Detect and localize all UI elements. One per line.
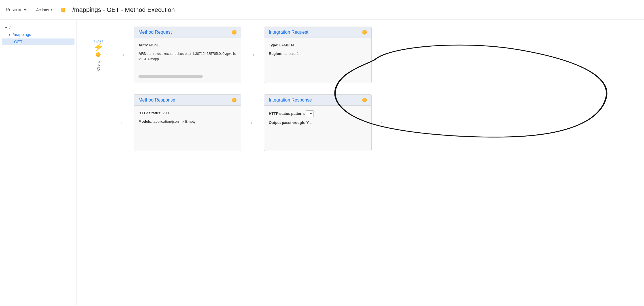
integration-response-card[interactable]: Integration Response HTTP status pattern… bbox=[264, 94, 372, 151]
method-response-body: HTTP Status: 200 Models: application/jso… bbox=[134, 106, 241, 132]
arrow-left-icon-1: ← bbox=[119, 119, 125, 126]
status-pattern-value: - bbox=[308, 111, 309, 116]
chevron-down-icon: ▼ bbox=[5, 26, 8, 29]
status-pattern-dropdown[interactable]: - ▾ bbox=[306, 110, 314, 117]
arrow-left-2: ← bbox=[241, 119, 264, 126]
passthrough-field: Output passthrough: Yes bbox=[269, 120, 367, 126]
method-request-body: Auth: NONE ARN: arn:aws:execute-api:us-e… bbox=[134, 38, 241, 69]
actions-caret-icon: ▾ bbox=[51, 8, 52, 11]
actions-label: Actions bbox=[36, 8, 49, 12]
region-field: Region: us-east-1 bbox=[269, 51, 367, 57]
models-field: Models: application/json => Empty bbox=[138, 119, 236, 124]
status-value: 200 bbox=[163, 111, 169, 115]
sidebar-mappings-label: /mappings bbox=[13, 32, 31, 37]
top-row: TEST ⚡ Client → Method Request bbox=[86, 27, 635, 83]
arrow-right-1: → bbox=[111, 51, 134, 59]
status-dot-icon bbox=[61, 8, 65, 12]
sidebar-root-label: / bbox=[9, 25, 10, 30]
status-label: HTTP Status: bbox=[138, 111, 161, 115]
arn-field: ARN: arn:aws:execute-api:us-east-1:30712… bbox=[138, 51, 236, 62]
integration-request-body: Type: LAMBDA Region: us-east-1 bbox=[264, 38, 371, 64]
sidebar-get-label: GET bbox=[14, 40, 22, 44]
method-request-card[interactable]: Method Request Auth: NONE ARN: arn:aws:e… bbox=[134, 27, 241, 83]
region-value: us-east-1 bbox=[283, 51, 299, 56]
client-label: Client bbox=[96, 61, 101, 71]
integration-request-header: Integration Request bbox=[264, 27, 371, 38]
status-pattern-field: HTTP status pattern: - ▾ bbox=[269, 110, 367, 117]
method-response-header: Method Response bbox=[134, 95, 241, 106]
models-value: application/json => Empty bbox=[153, 119, 196, 124]
method-request-card-inner: Method Request Auth: NONE ARN: arn:aws:e… bbox=[134, 27, 241, 83]
status-field: HTTP Status: 200 bbox=[138, 110, 236, 116]
integration-request-card-inner: Integration Request Type: LAMBDA Region:… bbox=[264, 27, 372, 83]
sidebar-item-mappings[interactable]: ▼ /mappings bbox=[0, 31, 76, 38]
method-request-dot-icon bbox=[232, 30, 236, 35]
arrow-right-icon-2: → bbox=[250, 51, 256, 59]
method-request-title: Method Request bbox=[138, 30, 172, 35]
page-title: /mappings - GET - Method Execution bbox=[72, 6, 175, 14]
integration-response-dot-icon bbox=[362, 98, 367, 102]
integration-response-card-inner: Integration Response HTTP status pattern… bbox=[264, 94, 372, 151]
auth-label: Auth: bbox=[138, 43, 148, 47]
top-bar: Resources Actions ▾ /mappings - GET - Me… bbox=[0, 0, 644, 20]
integration-request-title: Integration Request bbox=[269, 30, 308, 35]
content-area: TEST ⚡ Client → Method Request bbox=[76, 20, 644, 306]
arrow-left-3: ← bbox=[372, 119, 394, 126]
arn-value: arn:aws:execute-api:us-east-1:3071246357… bbox=[138, 52, 236, 61]
arrow-right-icon-3: → bbox=[380, 51, 386, 59]
integration-request-card[interactable]: Integration Request Type: LAMBDA Region:… bbox=[264, 27, 372, 83]
arn-label: ARN: bbox=[138, 51, 148, 56]
bottom-row: ← Method Response HTTP Status: 200 bbox=[86, 94, 635, 151]
auth-value: NONE bbox=[149, 43, 160, 47]
type-value: LAMBDA bbox=[279, 43, 294, 47]
sidebar-item-get[interactable]: GET bbox=[2, 38, 74, 45]
auth-field: Auth: NONE bbox=[138, 42, 236, 48]
test-dot-icon bbox=[96, 52, 101, 57]
method-response-title: Method Response bbox=[138, 98, 175, 103]
actions-button[interactable]: Actions ▾ bbox=[32, 6, 56, 14]
region-label: Region: bbox=[269, 51, 282, 56]
sidebar: ▼ / ▼ /mappings GET bbox=[0, 20, 76, 306]
integration-request-dot-icon bbox=[362, 30, 367, 35]
resources-label: Resources bbox=[6, 7, 27, 12]
method-response-dot-icon bbox=[232, 98, 236, 102]
arrow-right-2: → bbox=[241, 51, 264, 59]
integration-response-body: HTTP status pattern: - ▾ Output passthro… bbox=[264, 106, 371, 133]
arrow-left-icon-3: ← bbox=[380, 119, 386, 126]
method-request-header: Method Request bbox=[134, 27, 241, 38]
passthrough-value: Yes bbox=[306, 120, 312, 125]
status-pattern-label: HTTP status pattern: bbox=[269, 111, 305, 116]
passthrough-label: Output passthrough: bbox=[269, 120, 305, 125]
type-field: Type: LAMBDA bbox=[269, 42, 367, 48]
method-response-card-inner: Method Response HTTP Status: 200 Models:… bbox=[134, 94, 241, 151]
main-layout: ▼ / ▼ /mappings GET TEST ⚡ Client bbox=[0, 20, 644, 306]
diagram-wrapper: TEST ⚡ Client → Method Request bbox=[86, 27, 635, 151]
client-col: TEST ⚡ Client bbox=[86, 39, 111, 71]
integration-response-title: Integration Response bbox=[269, 98, 312, 103]
dropdown-caret-icon: ▾ bbox=[310, 111, 312, 116]
models-label: Models: bbox=[138, 119, 152, 124]
chevron-down-icon-mappings: ▼ bbox=[8, 33, 11, 36]
arrow-left-icon-2: ← bbox=[250, 119, 256, 126]
arrow-right-icon-1: → bbox=[119, 51, 125, 59]
type-label: Type: bbox=[269, 43, 278, 47]
method-response-card[interactable]: Method Response HTTP Status: 200 Models:… bbox=[134, 94, 241, 151]
horizontal-scrollbar[interactable] bbox=[138, 75, 203, 78]
arrow-left-1: ← bbox=[111, 119, 134, 126]
sidebar-item-root[interactable]: ▼ / bbox=[0, 24, 76, 31]
arrow-right-3: → bbox=[372, 51, 394, 59]
test-area[interactable]: TEST ⚡ bbox=[87, 39, 110, 57]
integration-response-header: Integration Response bbox=[264, 95, 371, 106]
lightning-icon: ⚡ bbox=[93, 43, 103, 51]
